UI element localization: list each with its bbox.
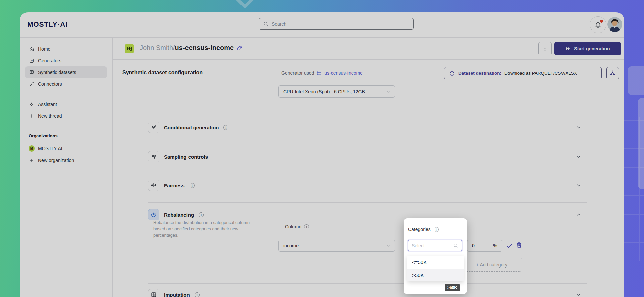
option-tooltip: >50K — [445, 284, 460, 291]
categories-search-input[interactable] — [412, 243, 451, 248]
option-le50k[interactable]: <=50K — [407, 256, 464, 269]
option-gt50k[interactable]: >50K — [407, 269, 464, 281]
modal-backdrop[interactable] — [0, 0, 644, 297]
search-icon — [453, 243, 458, 248]
categories-option-list: <=50K >50K — [407, 256, 464, 281]
categories-title: Categories i — [408, 227, 439, 232]
categories-popup: Categories i <=50K >50K >50K — [404, 218, 467, 294]
info-icon[interactable]: i — [434, 227, 439, 232]
categories-select[interactable] — [408, 240, 462, 251]
